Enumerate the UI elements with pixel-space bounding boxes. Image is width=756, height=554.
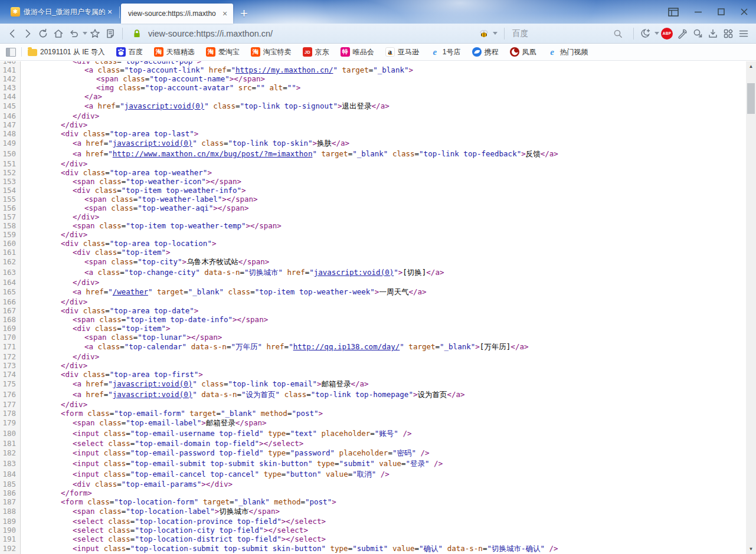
bookmarks-panel-icon[interactable]: [6, 48, 16, 57]
code-line: 192<input class="top-location-submit top…: [0, 543, 756, 554]
address-bar[interactable]: view-source:https://i.maxthon.cn/: [127, 25, 500, 42]
new-tab-button[interactable]: +: [240, 4, 248, 24]
bookmark-item[interactable]: 携程: [472, 47, 499, 57]
ctrip-dolphin-icon: [472, 47, 482, 57]
search-input[interactable]: 百度: [509, 25, 629, 42]
scroll-up-button[interactable]: ▲: [746, 61, 756, 71]
line-number: 160: [0, 239, 21, 248]
bookmark-item[interactable]: e1号店: [430, 47, 461, 57]
taobao-icon: 淘: [154, 47, 163, 57]
line-number: 173: [0, 361, 21, 370]
code-line: 150<a href="http://www.maxthon.cn/mx/bug…: [0, 149, 756, 159]
scrollbar[interactable]: ▲ ▼: [746, 61, 756, 554]
bookmark-item[interactable]: e热门视频: [548, 47, 588, 57]
code-line: 185<div class="top-email-params"></div>: [0, 480, 756, 489]
back-icon[interactable]: [5, 26, 20, 41]
menu-icon[interactable]: [736, 26, 751, 41]
tab-title: 傲游今日_傲游用户专属的网: [24, 7, 105, 17]
line-content: <div class="top-account-pop">: [21, 61, 201, 65]
line-content: <a class="top-account-link" href="https:…: [21, 65, 413, 74]
code-line: 183<input class="top-email-submit top-su…: [0, 458, 756, 469]
line-content: </a>: [21, 92, 102, 101]
ie-e-icon: e: [548, 47, 557, 57]
page-content: 140<div class="top-account-pop">141<a cl…: [0, 61, 756, 554]
line-content: <div class="top-email-params"></div>: [21, 480, 233, 489]
refresh-icon[interactable]: [35, 26, 51, 41]
undo-icon[interactable]: [66, 26, 81, 41]
code-line: 178<form class="top-email-form" target="…: [0, 409, 756, 418]
code-line: 159</div>: [0, 230, 756, 239]
layout-sidebar-icon[interactable]: [668, 8, 679, 17]
line-content: <input class="top-email-username top-fie…: [21, 428, 411, 439]
code-line: 158<span class="top-item top-weather-tem…: [0, 221, 756, 230]
line-number: 168: [0, 315, 21, 324]
line-content: <span class="top-weather-icon"></span>: [21, 177, 241, 186]
taobao-icon: 淘: [206, 47, 215, 57]
line-number: 163: [0, 267, 21, 278]
line-content: <span class="top-weather-label"></span>: [21, 195, 258, 204]
tab-close-icon[interactable]: ×: [220, 9, 230, 18]
line-number: 140: [0, 61, 21, 65]
sniffer-icon[interactable]: [690, 26, 705, 41]
line-number: 190: [0, 526, 21, 535]
line-number: 179: [0, 418, 21, 428]
bookmark-item[interactable]: a亚马逊: [385, 47, 419, 57]
note-icon[interactable]: [103, 26, 118, 41]
wrench-icon[interactable]: [675, 26, 690, 41]
home-icon[interactable]: [51, 26, 66, 41]
forward-icon[interactable]: [20, 26, 35, 41]
line-content: <span class="top-lunar"></span>: [21, 333, 222, 342]
apps-grid-icon[interactable]: [721, 26, 736, 41]
line-number: 151: [0, 159, 21, 168]
code-line: 164</div>: [0, 278, 756, 287]
adblock-badge[interactable]: ABP: [659, 26, 675, 41]
line-number: 183: [0, 458, 21, 469]
bookmark-item[interactable]: 淘淘宝特卖: [251, 47, 292, 57]
line-content: <a href="javascript:void(0)" class="top-…: [21, 138, 349, 149]
tab-close-icon[interactable]: ×: [105, 7, 114, 17]
bookmark-label: 爱淘宝: [218, 47, 240, 57]
bookmark-item[interactable]: 淘爱淘宝: [206, 47, 240, 57]
code-line: 156<span class="top-weather-aqi"></span>: [0, 204, 756, 212]
night-mode-caret[interactable]: [654, 32, 659, 35]
maximize-button[interactable]: [718, 8, 725, 15]
tab-view-source[interactable]: view-source:https://i.maxtho ×: [121, 4, 233, 24]
bookmark-item[interactable]: JD京东: [303, 47, 329, 57]
star-icon[interactable]: [87, 26, 103, 41]
download-icon[interactable]: [705, 26, 721, 41]
browser-window: ✱ 傲游今日_傲游用户专属的网 × view-source:https://i.…: [0, 0, 756, 554]
code-line: 174<div class="top-area top-first">: [0, 370, 756, 379]
code-line: 176<a href="javascript:void(0)" data-s-n…: [0, 389, 756, 400]
bookmark-label: 携程: [485, 47, 499, 57]
line-number: 182: [0, 448, 21, 458]
code-line: 155<span class="top-weather-label"></spa…: [0, 195, 756, 204]
line-number: 141: [0, 65, 21, 74]
bee-dropdown-caret[interactable]: [493, 32, 498, 35]
bee-icon[interactable]: [476, 26, 492, 41]
line-content: </form>: [21, 489, 92, 497]
code-line: 187<form class="top-location-form" targe…: [0, 497, 756, 506]
code-line: 154<div class="top-item top-weather-info…: [0, 186, 756, 195]
close-button[interactable]: [741, 8, 748, 15]
bookmark-folder[interactable]: 20191101 从 IE 导入: [28, 47, 105, 57]
search-icon[interactable]: [610, 26, 626, 41]
line-number: 144: [0, 92, 21, 101]
bookmark-item[interactable]: 特唯品会: [341, 47, 374, 57]
bookmark-item[interactable]: 凤凰: [510, 47, 536, 57]
baidu-paw-icon: [116, 47, 126, 57]
tab-maxthon-today[interactable]: ✱ 傲游今日_傲游用户专属的网 ×: [8, 0, 118, 24]
minimize-button[interactable]: [695, 8, 702, 15]
line-content: <div class="top-item">: [21, 324, 171, 333]
line-number: 143: [0, 83, 21, 92]
bookmark-item[interactable]: 百度: [116, 47, 143, 57]
lock-icon: [129, 26, 145, 41]
line-number: 186: [0, 489, 21, 497]
undo-dropdown-caret[interactable]: [83, 32, 87, 35]
bookmark-item[interactable]: 淘天猫精选: [154, 47, 195, 57]
code-line: 160<div class="top-area top-location">: [0, 239, 756, 248]
scrollbar-thumb[interactable]: [747, 83, 755, 114]
scroll-down-button[interactable]: ▼: [746, 544, 756, 554]
line-number: 149: [0, 138, 21, 149]
line-number: 156: [0, 204, 21, 212]
night-mode-icon[interactable]: [638, 26, 653, 41]
